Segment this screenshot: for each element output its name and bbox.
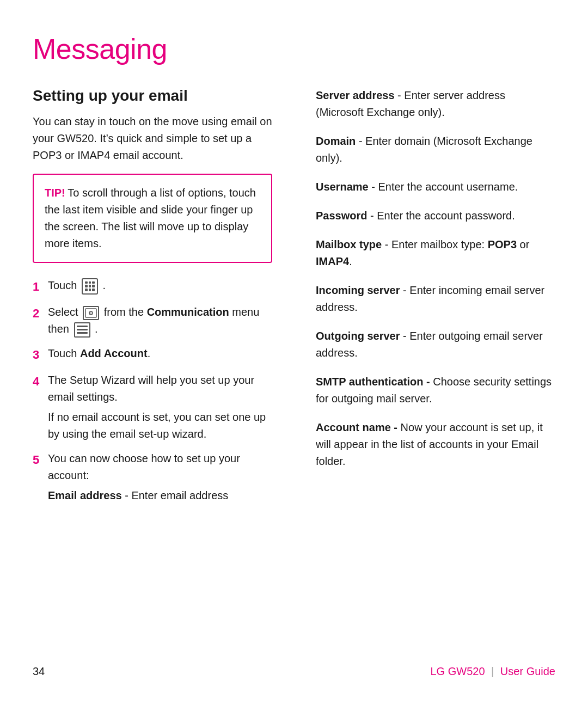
account-name-title: Account name - (316, 421, 397, 433)
smtp-auth-para: SMTP authentication - Choose security se… (316, 373, 555, 407)
step-2: 2 Select from the Communication menu the… (33, 304, 272, 338)
outgoing-server-item: Outgoing server - Enter outgoing email s… (316, 328, 555, 361)
footer-brand: LG GW520 | User Guide (430, 665, 555, 678)
step-1-num: 1 (33, 277, 48, 296)
page-title: Messaging (33, 33, 555, 65)
grid-dot (85, 289, 88, 291)
menu-bar-3 (77, 332, 88, 334)
step-5-content: You can now choose how to set up your ac… (48, 450, 272, 484)
step-2-num: 2 (33, 304, 48, 323)
menu-bar-2 (77, 329, 88, 330)
password-item: Password - Enter the account password. (316, 207, 555, 224)
grid-dot (92, 289, 95, 291)
username-title: Username (316, 181, 369, 193)
step-3: 3 Touch Add Account. (33, 345, 272, 364)
footer-brand-name: LG GW520 (430, 665, 485, 677)
step-1-content: Touch (48, 277, 272, 295)
password-title: Password (316, 210, 367, 222)
mailbox-type-para: Mailbox type - Enter mailbox type: POP3 … (316, 236, 555, 270)
step-2-content: Select from the Communication menu then (48, 304, 272, 338)
email-settings-icon (83, 306, 99, 320)
tip-label: TIP! (45, 187, 65, 199)
grid-dot (92, 281, 95, 284)
footer: 34 LG GW520 | User Guide (33, 665, 555, 678)
section-heading: Setting up your email (33, 87, 272, 105)
step-4-content: The Setup Wizard will help you set up yo… (48, 372, 272, 406)
grid-dot (85, 285, 88, 287)
mailbox-type-text: - Enter mailbox type: (382, 238, 488, 250)
step-4-sub: If no email account is set, you can set … (48, 409, 272, 443)
username-para: Username - Enter the account username. (316, 179, 555, 195)
password-text: - Enter the account password. (367, 210, 514, 222)
footer-page-number: 34 (33, 665, 45, 678)
account-name-para: Account name - Now your account is set u… (316, 419, 555, 470)
step-5-num: 5 (33, 450, 48, 469)
domain-title: Domain (316, 135, 356, 147)
step-2-bold: Communication (147, 306, 229, 318)
grid-icon-inner (85, 281, 95, 291)
step-3-plain: Touch (48, 347, 80, 359)
menu-icon (74, 322, 90, 338)
grid-dot (89, 289, 91, 291)
password-para: Password - Enter the account password. (316, 207, 555, 224)
step-4-num: 4 (33, 372, 48, 391)
tip-box: TIP! To scroll through a list of options… (33, 174, 272, 263)
outgoing-server-title: Outgoing server (316, 330, 400, 342)
footer-divider: | (491, 665, 494, 677)
step-2-text-before: Select (48, 306, 78, 318)
mailbox-pop3: POP3 (488, 238, 517, 250)
incoming-server-para: Incoming server - Enter incoming email s… (316, 282, 555, 316)
outgoing-server-para: Outgoing server - Enter outgoing email s… (316, 328, 555, 361)
menu-bar-1 (77, 326, 88, 327)
grid-dot (85, 281, 88, 284)
steps-list: 1 Touch (33, 277, 272, 504)
mailbox-type-item: Mailbox type - Enter mailbox type: POP3 … (316, 236, 555, 270)
left-column: Setting up your email You can stay in to… (33, 87, 278, 512)
footer-guide-text: User Guide (500, 665, 555, 677)
smtp-auth-item: SMTP authentication - Choose security se… (316, 373, 555, 407)
step-5: 5 You can now choose how to set up your … (33, 450, 272, 504)
username-item: Username - Enter the account username. (316, 179, 555, 195)
account-name-item: Account name - Now your account is set u… (316, 419, 555, 470)
step-3-num: 3 (33, 345, 48, 364)
step-4: 4 The Setup Wizard will help you set up … (33, 372, 272, 443)
server-address-item: Server address - Enter server address (M… (316, 87, 555, 121)
step-3-bold: Add Account (80, 347, 148, 359)
grid-dot (89, 285, 91, 287)
grid-dot (89, 281, 91, 284)
step-2-period: . (95, 323, 98, 335)
step-1-period: . (103, 279, 106, 291)
step-5-sub-text: - Enter email address (122, 489, 229, 501)
smtp-auth-title: SMTP authentication - (316, 376, 430, 388)
step-3-end: . (148, 347, 151, 359)
username-text: - Enter the account username. (369, 181, 518, 193)
mailbox-type-title: Mailbox type (316, 238, 382, 250)
tip-text: To scroll through a list of options, tou… (45, 187, 256, 249)
step-1: 1 Touch (33, 277, 272, 296)
right-column: Server address - Enter server address (M… (310, 87, 555, 512)
intro-text: You can stay in touch on the move using … (33, 113, 272, 164)
grid-dot (92, 285, 95, 287)
server-address-title: Server address (316, 89, 395, 101)
step-3-content: Touch Add Account. (48, 345, 272, 362)
mailbox-period: . (349, 255, 352, 267)
incoming-server-title: Incoming server (316, 284, 400, 296)
step-5-sub: Email address - Enter email address (48, 487, 228, 504)
domain-para: Domain - Enter domain (Microsoft Exchang… (316, 133, 555, 167)
domain-item: Domain - Enter domain (Microsoft Exchang… (316, 133, 555, 167)
server-address-para: Server address - Enter server address (M… (316, 87, 555, 121)
mailbox-or: or (517, 238, 529, 250)
svg-point-2 (90, 312, 91, 314)
step-1-text: Touch (48, 279, 77, 291)
incoming-server-item: Incoming server - Enter incoming email s… (316, 282, 555, 316)
step-2-text-middle: from the (104, 306, 147, 318)
mailbox-imap4: IMAP4 (316, 255, 349, 267)
grid-icon (82, 278, 98, 295)
step-5-sub-bold: Email address (48, 489, 122, 501)
